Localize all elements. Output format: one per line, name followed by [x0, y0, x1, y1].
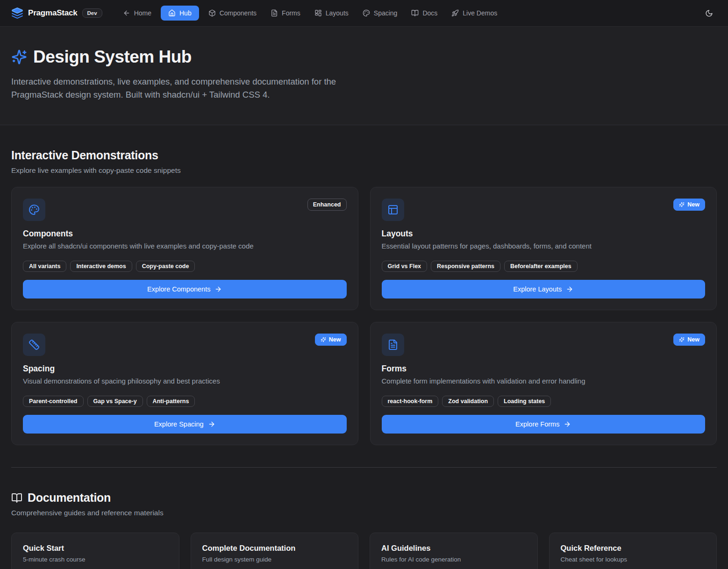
arrow-right-icon: [566, 285, 573, 293]
card-description: Explore all shadcn/ui components with li…: [23, 242, 347, 250]
doc-card-subtitle: Rules for AI code generation: [381, 556, 526, 563]
nav-item-spacing[interactable]: Spacing: [358, 6, 402, 21]
tag-row: All variantsInteractive demosCopy-paste …: [23, 261, 347, 272]
arrow-right-icon: [214, 285, 222, 293]
book-open-icon: [411, 9, 419, 17]
tag-gap-vs-space-y: Gap vs Space-y: [87, 396, 143, 407]
moon-icon: [705, 9, 713, 17]
tag-row: Parent-controlledGap vs Space-yAnti-patt…: [23, 396, 347, 407]
rocket-icon: [451, 9, 459, 17]
brand[interactable]: PragmaStack Dev: [11, 7, 102, 19]
doc-card-subtitle: Cheat sheet for lookups: [561, 556, 706, 563]
explore-components-button[interactable]: Explore Components: [23, 280, 347, 299]
doc-card-title: Quick Reference: [561, 544, 706, 553]
doc-card-ai-guidelines[interactable]: AI Guidelines Rules for AI code generati…: [370, 533, 538, 569]
panels-top-left-icon: [382, 199, 404, 221]
card-title: Forms: [382, 364, 706, 374]
new-badge: New: [315, 334, 347, 346]
file-text-icon: [271, 9, 278, 17]
nav-item-hub[interactable]: Hub: [161, 6, 199, 21]
navbar: PragmaStack Dev Home Hub Components Form…: [0, 0, 728, 27]
layers-icon: [11, 7, 23, 19]
hero-section: Design System Hub Interactive demonstrat…: [0, 27, 728, 125]
dev-badge: Dev: [82, 8, 102, 18]
book-open-icon: [11, 492, 22, 504]
demos-section: Interactive Demonstrations Explore live …: [0, 125, 728, 445]
arrow-right-icon: [208, 420, 215, 428]
doc-card-complete-documentation[interactable]: Complete Documentation Full design syste…: [191, 533, 359, 569]
doc-card-title: Quick Start: [23, 544, 168, 553]
explore-layouts-button[interactable]: Explore Layouts: [382, 280, 706, 299]
tag-row: Grid vs FlexResponsive patternsBefore/af…: [382, 261, 706, 272]
demos-heading: Interactive Demonstrations: [11, 149, 158, 162]
card-title: Components: [23, 229, 347, 239]
sparkles-icon: [11, 49, 27, 65]
arrow-left-icon: [123, 9, 130, 17]
demo-card-components: Enhanced Components Explore all shadcn/u…: [11, 187, 358, 310]
documentation-section: Documentation Comprehensive guides and r…: [0, 468, 728, 569]
new-badge: New: [673, 199, 705, 211]
tag-all-variants: All variants: [23, 261, 66, 272]
main-nav: Home Hub Components Forms Layouts Spacin…: [118, 6, 502, 21]
doc-card-grid: Quick Start 5-minute crash course Comple…: [11, 533, 717, 569]
nav-item-forms[interactable]: Forms: [266, 6, 305, 21]
brand-name: PragmaStack: [28, 8, 78, 18]
arrow-right-icon: [564, 420, 571, 428]
doc-card-quick-reference[interactable]: Quick Reference Cheat sheet for lookups: [549, 533, 717, 569]
explore-spacing-button[interactable]: Explore Spacing: [23, 415, 347, 434]
tag-grid-vs-flex: Grid vs Flex: [382, 261, 428, 272]
doc-card-subtitle: Full design system guide: [202, 556, 347, 563]
card-description: Essential layout patterns for pages, das…: [382, 242, 706, 250]
new-badge: New: [673, 334, 705, 346]
tag-loading-states: Loading states: [498, 396, 551, 407]
tag-parent-controlled: Parent-controlled: [23, 396, 84, 407]
explore-forms-button[interactable]: Explore Forms: [382, 415, 706, 434]
nav-item-home[interactable]: Home: [118, 6, 156, 21]
tag-responsive-patterns: Responsive patterns: [431, 261, 500, 272]
demo-card-spacing: New Spacing Visual demonstrations of spa…: [11, 322, 358, 445]
nav-item-live-demos[interactable]: Live Demos: [447, 6, 502, 21]
tag-interactive-demos: Interactive demos: [70, 261, 132, 272]
theme-toggle-button[interactable]: [701, 6, 717, 21]
enhanced-badge: Enhanced: [307, 199, 347, 211]
card-title: Spacing: [23, 364, 347, 374]
demos-subheading: Explore live examples with copy-paste co…: [11, 166, 717, 175]
hero-subtitle: Interactive demonstrations, live example…: [11, 75, 355, 101]
tag-row: react-hook-formZod validationLoading sta…: [382, 396, 706, 407]
navbar-right: [701, 6, 717, 21]
doc-card-title: AI Guidelines: [381, 544, 526, 553]
ruler-icon: [23, 334, 45, 356]
box-icon: [208, 9, 216, 17]
demo-card-grid: Enhanced Components Explore all shadcn/u…: [11, 187, 717, 445]
tag-zod-validation: Zod validation: [442, 396, 494, 407]
card-description: Visual demonstrations of spacing philoso…: [23, 377, 347, 385]
file-text-icon: [382, 334, 404, 356]
doc-card-subtitle: 5-minute crash course: [23, 556, 168, 563]
card-title: Layouts: [382, 229, 706, 239]
layout-dashboard-icon: [314, 9, 322, 17]
nav-item-components[interactable]: Components: [204, 6, 261, 21]
nav-item-docs[interactable]: Docs: [407, 6, 442, 21]
card-description: Complete form implementations with valid…: [382, 377, 706, 385]
demo-card-forms: New Forms Complete form implementations …: [370, 322, 717, 445]
tag-anti-patterns: Anti-patterns: [147, 396, 195, 407]
doc-card-quick-start[interactable]: Quick Start 5-minute crash course: [11, 533, 179, 569]
palette-icon: [363, 9, 370, 17]
demo-card-layouts: New Layouts Essential layout patterns fo…: [370, 187, 717, 310]
palette-icon: [23, 199, 45, 221]
page-title: Design System Hub: [33, 47, 192, 67]
doc-card-title: Complete Documentation: [202, 544, 347, 553]
documentation-heading: Documentation: [28, 491, 111, 505]
home-icon: [168, 9, 176, 17]
tag-copy-paste-code: Copy-paste code: [136, 261, 195, 272]
documentation-subheading: Comprehensive guides and reference mater…: [11, 509, 717, 517]
tag-react-hook-form: react-hook-form: [382, 396, 439, 407]
nav-item-layouts[interactable]: Layouts: [310, 6, 353, 21]
tag-before-after-examples: Before/after examples: [504, 261, 578, 272]
